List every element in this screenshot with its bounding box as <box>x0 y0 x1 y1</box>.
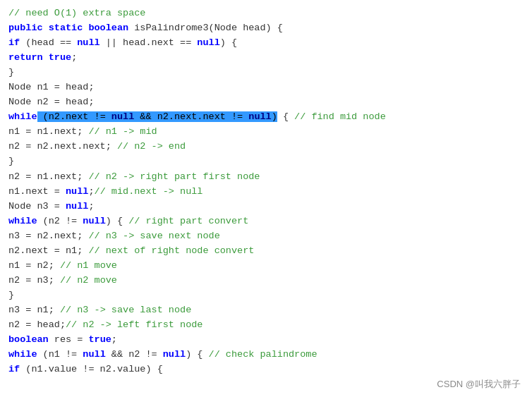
code-line: while (n2 != null) { // right part conve… <box>8 214 524 228</box>
code-line: if (head == null || head.next == null) { <box>8 35 524 50</box>
code-line: n2.next = n1; // next of right node conv… <box>8 243 524 258</box>
code-line: } <box>8 154 524 169</box>
code-line: public static boolean isPalindrome3(Node… <box>8 20 524 35</box>
code-line: Node n2 = head; <box>8 94 524 109</box>
code-line: n2 = head;// n2 -> left first node <box>8 317 524 332</box>
code-line: while (n2.next != null && n2.next.next !… <box>8 109 524 124</box>
code-line: n3 = n1; // n3 -> save last node <box>8 303 524 317</box>
watermark-text: CSDN @叫我六胖子 <box>437 377 521 391</box>
code-line: while (n1 != null && n2 != null) { // ch… <box>8 347 524 362</box>
code-line: n1 = n1.next; // n1 -> mid <box>8 124 524 139</box>
code-block: // need O(1) extra spacepublic static bo… <box>0 0 532 377</box>
code-line: n1.next = null;// mid.next -> null <box>8 184 524 199</box>
code-line: Node n1 = head; <box>8 80 524 94</box>
code-line: n2 = n2.next.next; // n2 -> end <box>8 139 524 154</box>
code-line: } <box>8 65 524 80</box>
code-line: // need O(1) extra space <box>8 6 524 20</box>
code-line: n2 = n3; // n2 move <box>8 273 524 288</box>
code-line: if (n1.value != n2.value) { <box>8 362 524 377</box>
code-line: n3 = n2.next; // n3 -> save next node <box>8 228 524 243</box>
code-line: } <box>8 288 524 303</box>
code-line: Node n3 = null; <box>8 199 524 214</box>
code-line: n1 = n2; // n1 move <box>8 258 524 273</box>
code-line: return true; <box>8 50 524 65</box>
code-line: boolean res = true; <box>8 332 524 347</box>
code-line: n2 = n1.next; // n2 -> right part first … <box>8 169 524 184</box>
